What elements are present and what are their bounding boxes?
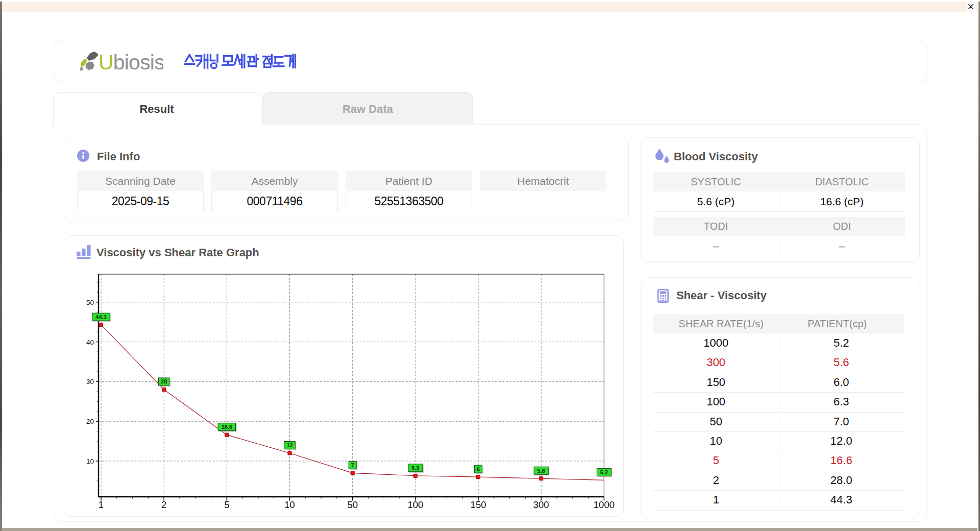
svg-text:30: 30 (86, 378, 94, 385)
svg-text:Ubiosis: Ubiosis (99, 51, 163, 74)
svg-text:10: 10 (86, 457, 94, 465)
svg-text:50: 50 (347, 499, 358, 510)
svg-text:20: 20 (86, 418, 94, 425)
svg-text:150: 150 (471, 499, 486, 510)
svg-text:100: 100 (407, 499, 423, 510)
svg-text:10: 10 (284, 499, 295, 510)
svg-text:12: 12 (286, 442, 292, 448)
svg-text:50: 50 (86, 299, 94, 306)
svg-text:5.6: 5.6 (537, 468, 545, 474)
svg-text:5: 5 (224, 499, 229, 510)
svg-text:5.2: 5.2 (600, 469, 608, 475)
svg-text:44.3: 44.3 (95, 314, 106, 320)
svg-text:6: 6 (477, 466, 480, 472)
svg-text:40: 40 (86, 339, 94, 346)
svg-text:6.3: 6.3 (411, 465, 419, 471)
svg-text:7: 7 (351, 462, 354, 468)
svg-text:1: 1 (99, 499, 104, 510)
svg-text:28: 28 (161, 378, 167, 384)
svg-text:1000: 1000 (594, 499, 615, 510)
svg-text:2: 2 (161, 499, 166, 510)
svg-text:300: 300 (533, 499, 549, 510)
svg-text:16.6: 16.6 (222, 424, 232, 430)
